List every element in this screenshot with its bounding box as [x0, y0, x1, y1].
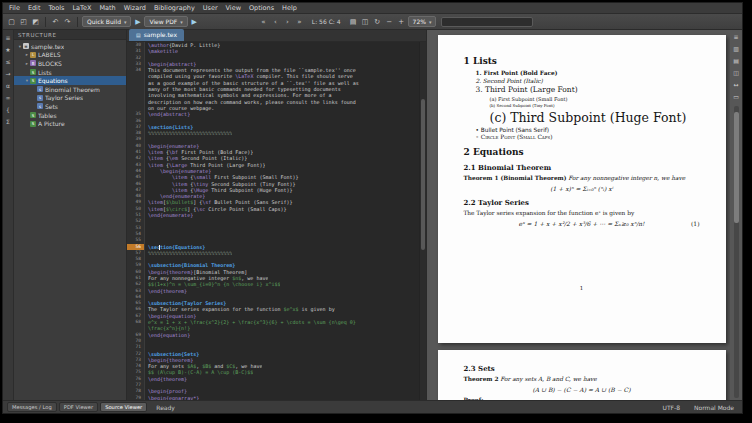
new-file-icon[interactable]: ▢ — [6, 16, 17, 27]
fit-page-icon[interactable]: ▭ — [732, 92, 741, 101]
tab-sample-tex[interactable]: ▤ sample.tex — [129, 29, 184, 41]
redo-icon[interactable]: ↷ — [62, 16, 73, 27]
code-text: %%%%%%%%%%%%%%%%%%%%%%%%%%%% — [145, 250, 232, 256]
arrow-symbols-icon[interactable]: → — [4, 69, 13, 78]
undo-icon[interactable]: ↶ — [50, 16, 61, 27]
greek-symbols-icon[interactable]: α — [4, 81, 13, 90]
view-pdf-select[interactable]: View PDF ▾ — [144, 16, 187, 27]
tree-item-taylor-series[interactable]: sTaylor Series — [14, 94, 126, 103]
code-token: \item — [148, 155, 163, 161]
tree-item-label: LABELS — [38, 51, 61, 58]
tree-item-sets[interactable]: sSets — [14, 102, 126, 111]
next-page-icon[interactable]: › — [282, 16, 293, 27]
first-page-icon[interactable]: « — [258, 16, 269, 27]
pdf-li2: (c) Third Subpoint (Huge Font) — [490, 110, 700, 125]
code-editor[interactable]: 30\author{David P. Little}31\maketitle32… — [127, 42, 426, 400]
zoom-in-icon[interactable]: + — [396, 16, 407, 27]
code-token: compiled using your — [148, 73, 208, 79]
menu-user[interactable]: User — [199, 3, 222, 14]
pdf-equation: (1 + x)ⁿ = Σᵢ₌₀ⁿ (ⁿᵢ) xⁱ — [464, 185, 700, 192]
code-token: \begin{proof} — [148, 388, 187, 394]
thumbnails-icon[interactable]: ▥ — [732, 44, 741, 53]
left-icon-rail: ≡★≤→α∞{Σ — [3, 30, 14, 400]
pdf-theorem-body: For any nonnegative integer n, we have — [566, 175, 685, 181]
pdf-li: ◦ Circle Point (Small Caps) — [476, 134, 700, 140]
main-area: ≡★≤→α∞{Σ STRUCTURE ▾≡sample.tex▸LLABELS▸… — [3, 30, 742, 400]
tab-label: sample.tex — [144, 29, 177, 41]
delimiter-symbols-icon[interactable]: { — [4, 105, 13, 114]
two-page-icon[interactable]: ◫ — [732, 68, 741, 77]
menu-bibliography[interactable]: Bibliography — [150, 3, 199, 14]
toolbar-separator — [45, 17, 46, 27]
zoom-select[interactable]: 72% ▾ — [408, 16, 437, 27]
save-icon[interactable]: ◩ — [30, 16, 41, 27]
code-token: \begin{enumerate} — [148, 143, 199, 149]
structure-panel-icon[interactable]: ≡ — [4, 33, 13, 42]
editor-scrollbar[interactable] — [419, 42, 426, 400]
editor-scrollbar-thumb[interactable] — [421, 99, 425, 249]
bottom-tab-messages-log[interactable]: Messages / Log — [7, 402, 57, 412]
rotate-icon[interactable]: ↻ — [372, 16, 383, 27]
continuous-mode-icon[interactable]: ▤ — [348, 16, 359, 27]
code-token: \begin{theorem} — [148, 269, 193, 275]
pdf-toolbar-rail: ≡▥▤◫↔▭ — [730, 30, 742, 400]
tree-item-binomial-theorem[interactable]: sBinomial Theorem — [14, 85, 126, 94]
misc-symbols-icon[interactable]: ∞ — [4, 93, 13, 102]
structure-panel-header: STRUCTURE — [14, 30, 126, 40]
pdf-viewer: 1 Lists1. First Point (Bold Face)2. Seco… — [426, 30, 742, 400]
tree-item-a-picture[interactable]: SA Picture — [14, 119, 126, 128]
zoom-out-icon[interactable]: − — [384, 16, 395, 27]
menu-wizard[interactable]: Wizard — [120, 3, 150, 14]
tree-item-labels[interactable]: ▸LLABELS — [14, 51, 126, 60]
tree-item-label: A Picture — [38, 120, 65, 127]
search-input[interactable] — [441, 17, 533, 27]
menu-tools[interactable]: Tools — [44, 3, 68, 14]
code-token: This document represents the output from… — [148, 67, 356, 73]
subsection-icon: s — [37, 95, 43, 101]
tree-item-blocks[interactable]: ▸BBLOCKS — [14, 59, 126, 68]
tree-item-sample-tex[interactable]: ▾≡sample.tex — [14, 42, 126, 51]
code-token: , we have — [235, 363, 262, 369]
code-token: \end{enumerate} — [160, 193, 205, 199]
pdf-scrollbar[interactable] — [734, 106, 739, 398]
tree-item-equations[interactable]: ▾SEquations — [14, 76, 126, 85]
screen: FileEditToolsLaTeXMathWizardBibliography… — [0, 0, 752, 423]
menu-math[interactable]: Math — [95, 3, 119, 14]
two-page-icon[interactable]: ◫ — [360, 16, 371, 27]
favourite-symbols-icon[interactable]: Σ — [4, 117, 13, 126]
fit-width-icon[interactable]: ↔ — [732, 80, 741, 89]
menu-options[interactable]: Options — [245, 3, 278, 14]
run-view-pdf-button[interactable]: ▶ — [189, 16, 200, 27]
tree-item-tables[interactable]: STables — [14, 111, 126, 120]
code-token: $$(1+x)^n = \sum_{i=0}^n {n \choose i} x… — [148, 281, 280, 287]
menu-help[interactable]: Help — [278, 3, 301, 14]
pdf-pageno: 1 — [464, 285, 700, 291]
code-token: \sf — [202, 199, 211, 205]
code-token — [148, 187, 172, 193]
mode-indicator: Normal Mode — [694, 404, 734, 411]
code-token: \begin{enumerate} — [160, 168, 211, 174]
toc-icon[interactable]: ≡ — [732, 32, 741, 41]
menu-file[interactable]: File — [5, 3, 24, 14]
code-token: \begin{eqnarray*} — [148, 395, 199, 400]
editor-tab-bar: ▤ sample.tex — [127, 30, 426, 42]
menu-latex[interactable]: LaTeX — [69, 3, 96, 14]
code-token: For any — [148, 275, 172, 281]
pdf-scrollbar-thumb[interactable] — [734, 112, 739, 223]
open-folder-icon[interactable]: ◰ — [18, 16, 29, 27]
quick-build-select[interactable]: Quick Build ▾ — [82, 16, 131, 27]
bookmarks-icon[interactable]: ★ — [4, 45, 13, 54]
menu-view[interactable]: View — [222, 3, 245, 14]
run-quick-build-button[interactable]: ▶ — [132, 16, 143, 27]
prev-page-icon[interactable]: ‹ — [270, 16, 281, 27]
bottom-tab-pdf-viewer[interactable]: PDF Viewer — [59, 402, 98, 412]
menu-edit[interactable]: Edit — [24, 3, 45, 14]
code-token: favorite — [208, 73, 232, 79]
relation-symbols-icon[interactable]: ≤ — [4, 57, 13, 66]
tree-item-lists[interactable]: SLists — [14, 68, 126, 77]
bottom-tab-source-viewer[interactable]: Source Viewer — [100, 402, 147, 412]
chevron-down-icon: ▾ — [124, 19, 127, 25]
continuous-icon[interactable]: ▤ — [732, 56, 741, 65]
code-token: (Tiny Font)} — [256, 181, 295, 187]
last-page-icon[interactable]: » — [294, 16, 305, 27]
